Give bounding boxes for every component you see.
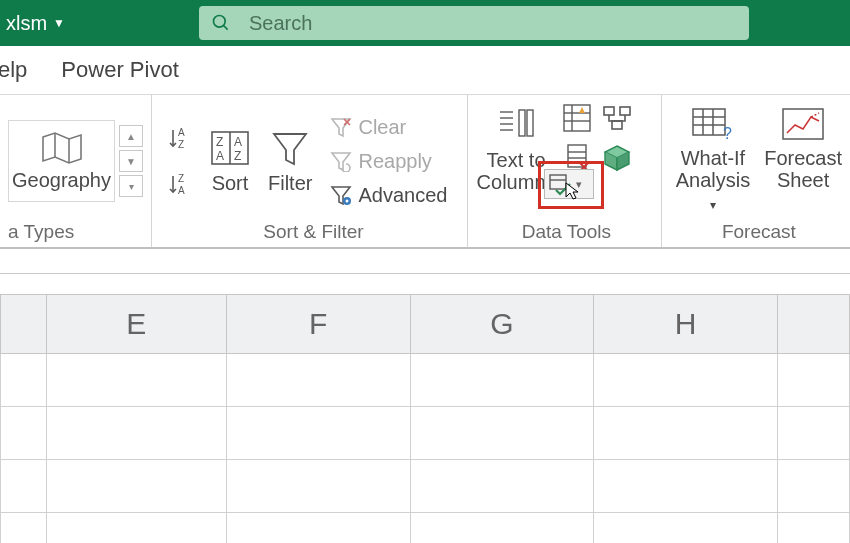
col-header-partial-right[interactable] bbox=[778, 295, 850, 354]
funnel-clear-icon bbox=[330, 116, 352, 138]
cell[interactable] bbox=[594, 354, 778, 407]
filter-button[interactable]: Filter bbox=[268, 128, 312, 194]
search-input[interactable]: Search bbox=[199, 6, 749, 40]
funnel-reapply-icon bbox=[330, 150, 352, 172]
forecast-sheet-button[interactable]: ForecastSheet bbox=[764, 105, 842, 191]
group-data-tools: Text toColumns ▾ Data Tools bbox=[468, 95, 662, 247]
group-label-data-types: a Types bbox=[8, 221, 143, 243]
flash-fill-button[interactable] bbox=[562, 103, 596, 137]
relationships-button[interactable] bbox=[602, 103, 636, 137]
cell[interactable] bbox=[778, 460, 850, 513]
gallery-more-button[interactable]: ▾ bbox=[119, 175, 143, 197]
gallery-down-button[interactable]: ▼ bbox=[119, 150, 143, 172]
cell[interactable] bbox=[1, 354, 47, 407]
funnel-advanced-icon bbox=[330, 184, 352, 206]
svg-point-15 bbox=[346, 200, 349, 203]
sort-za-icon: ZA bbox=[168, 172, 192, 196]
text-to-columns-button[interactable]: Text toColumns bbox=[480, 107, 552, 193]
reapply-label: Reapply bbox=[358, 150, 431, 172]
svg-text:Z: Z bbox=[178, 173, 184, 184]
svg-rect-20 bbox=[519, 110, 525, 136]
cell[interactable] bbox=[410, 354, 594, 407]
cell[interactable] bbox=[594, 460, 778, 513]
col-header-E[interactable]: E bbox=[46, 295, 226, 354]
group-forecast: ? What-IfAnalysis ▾ ForecastSheet Foreca… bbox=[662, 95, 850, 247]
table-row bbox=[1, 460, 850, 513]
cell[interactable] bbox=[226, 513, 410, 544]
svg-rect-29 bbox=[568, 145, 586, 167]
whatif-l2: Analysis bbox=[676, 169, 750, 191]
tab-help[interactable]: elp bbox=[0, 57, 27, 83]
cell[interactable] bbox=[410, 460, 594, 513]
cell[interactable] bbox=[226, 407, 410, 460]
svg-point-0 bbox=[214, 16, 226, 28]
svg-text:A: A bbox=[216, 149, 224, 163]
map-icon bbox=[41, 131, 83, 165]
svg-text:Z: Z bbox=[178, 139, 184, 150]
group-label-forecast: Forecast bbox=[676, 221, 842, 243]
svg-rect-27 bbox=[620, 107, 630, 115]
forecast-icon bbox=[781, 105, 825, 143]
cell[interactable] bbox=[594, 513, 778, 544]
svg-rect-26 bbox=[604, 107, 614, 115]
svg-rect-21 bbox=[527, 110, 533, 136]
what-if-analysis-button[interactable]: ? What-IfAnalysis ▾ bbox=[676, 105, 750, 213]
formula-bar[interactable] bbox=[0, 249, 850, 274]
svg-text:A: A bbox=[178, 185, 185, 196]
col-header-H[interactable]: H bbox=[594, 295, 778, 354]
cell[interactable] bbox=[778, 354, 850, 407]
cell[interactable] bbox=[1, 513, 47, 544]
data-validation-button[interactable]: ▾ bbox=[544, 169, 594, 199]
ribbon-tabs: elp Power Pivot bbox=[0, 46, 850, 95]
col-header-G[interactable]: G bbox=[410, 295, 594, 354]
cell[interactable] bbox=[226, 460, 410, 513]
advanced-filter-button[interactable]: Advanced bbox=[330, 184, 447, 206]
table-row bbox=[1, 354, 850, 407]
doc-name-label: xlsm bbox=[6, 12, 47, 35]
reapply-filter-button[interactable]: Reapply bbox=[330, 150, 447, 172]
spreadsheet-grid[interactable]: E F G H bbox=[0, 294, 850, 543]
cell[interactable] bbox=[594, 407, 778, 460]
cell[interactable] bbox=[410, 513, 594, 544]
col-header-partial[interactable] bbox=[1, 295, 47, 354]
group-label-sort-filter: Sort & Filter bbox=[168, 221, 459, 243]
funnel-icon bbox=[270, 128, 310, 168]
advanced-label: Advanced bbox=[358, 184, 447, 206]
group-sort-filter: AZ ZA ZAAZ Sort Filter Clear bbox=[152, 95, 468, 247]
cell[interactable] bbox=[1, 460, 47, 513]
svg-text:Z: Z bbox=[234, 149, 241, 163]
svg-text:A: A bbox=[178, 127, 185, 138]
svg-text:Z: Z bbox=[216, 135, 223, 149]
manage-data-model-button[interactable] bbox=[602, 143, 636, 177]
cell[interactable] bbox=[46, 513, 226, 544]
table-row bbox=[1, 513, 850, 544]
svg-text:A: A bbox=[234, 135, 242, 149]
geography-label: Geography bbox=[12, 169, 111, 191]
clear-filter-button[interactable]: Clear bbox=[330, 116, 447, 138]
col-header-F[interactable]: F bbox=[226, 295, 410, 354]
cell[interactable] bbox=[410, 407, 594, 460]
column-header-row: E F G H bbox=[1, 295, 850, 354]
gallery-up-button[interactable]: ▲ bbox=[119, 125, 143, 147]
chevron-down-icon: ▾ bbox=[576, 178, 582, 191]
group-data-types: Geography ▲ ▼ ▾ a Types bbox=[0, 95, 152, 247]
cell[interactable] bbox=[778, 407, 850, 460]
sort-button[interactable]: ZAAZ Sort bbox=[210, 128, 250, 194]
cell[interactable] bbox=[1, 407, 47, 460]
document-name[interactable]: xlsm ▼ bbox=[0, 12, 71, 35]
cell[interactable] bbox=[778, 513, 850, 544]
sort-descending-button[interactable]: ZA bbox=[168, 172, 192, 196]
sort-dialog-icon: ZAAZ bbox=[210, 128, 250, 168]
cell[interactable] bbox=[46, 460, 226, 513]
title-bar: xlsm ▼ Search bbox=[0, 0, 850, 46]
cell[interactable] bbox=[46, 354, 226, 407]
what-if-icon: ? bbox=[691, 105, 735, 143]
cell[interactable] bbox=[226, 354, 410, 407]
sort-label: Sort bbox=[212, 172, 249, 194]
tab-power-pivot[interactable]: Power Pivot bbox=[61, 57, 178, 83]
cell[interactable] bbox=[46, 407, 226, 460]
sort-ascending-button[interactable]: AZ bbox=[168, 126, 192, 150]
ttc-l1: Text to bbox=[487, 149, 546, 171]
geography-button[interactable]: Geography bbox=[8, 120, 115, 202]
relationships-icon bbox=[602, 103, 632, 133]
